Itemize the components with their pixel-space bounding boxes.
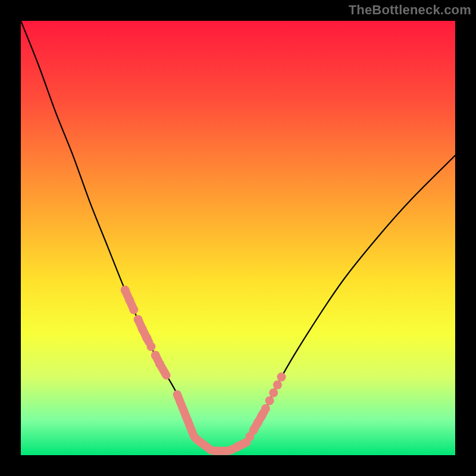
bottleneck-curve: [21, 21, 455, 452]
curve-marker-dot: [142, 333, 151, 342]
curve-marker-dot: [269, 389, 278, 397]
curve-svg: [21, 21, 455, 455]
curve-marker-run: [177, 394, 238, 451]
marker-layer: [121, 286, 286, 451]
plot-area: [21, 21, 455, 455]
curve-marker-dot: [129, 305, 138, 314]
curve-marker-dot: [273, 380, 282, 389]
chart-frame: TheBottleneck.com: [0, 0, 476, 476]
watermark-text: TheBottleneck.com: [349, 2, 471, 18]
curve-marker-dot: [277, 372, 286, 381]
curve-marker-dot: [155, 359, 164, 368]
curve-marker-dot: [125, 296, 134, 305]
curve-marker-dot: [147, 342, 156, 351]
curve-marker-dot: [134, 315, 143, 324]
curve-marker-dot: [265, 396, 274, 405]
curve-marker-dot: [138, 325, 147, 334]
curve-marker-dot: [121, 286, 130, 295]
curve-marker-dot: [151, 351, 160, 360]
curve-marker-dot: [261, 404, 270, 413]
